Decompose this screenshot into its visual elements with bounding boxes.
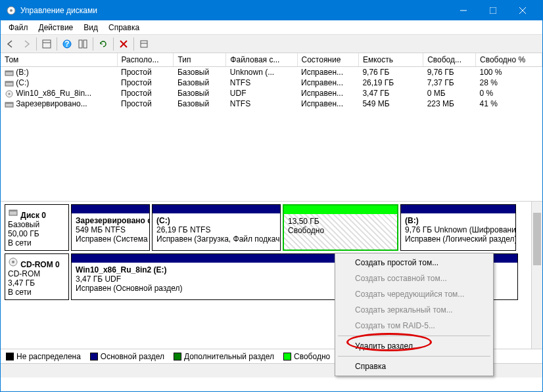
help-button[interactable]: ? <box>60 37 74 51</box>
app-icon <box>6 5 16 16</box>
volume-icon <box>5 100 14 108</box>
svg-rect-19 <box>5 81 13 83</box>
partition[interactable]: Зарезервировано с549 МБ NTFSИсправен (Си… <box>71 204 150 251</box>
volume-icon <box>5 69 14 77</box>
table-row[interactable]: (C:)ПростойБазовыйNTFSИсправен...26,19 Г… <box>1 77 542 88</box>
menu-view[interactable]: Вид <box>78 22 103 33</box>
view-button[interactable] <box>39 37 54 51</box>
column-header-volume[interactable]: Том <box>1 53 117 67</box>
disk-info[interactable]: CD-ROM 0CD-ROM3,47 ГБВ сети <box>5 253 69 300</box>
partition[interactable]: (C:)26,19 ГБ NTFSИсправен (Загрузка, Фай… <box>152 204 281 251</box>
context-menu-item: Создать составной том... <box>337 271 492 286</box>
unallocated-swatch <box>6 353 14 360</box>
legend-unallocated: Не распределена <box>16 352 81 361</box>
column-header-type[interactable]: Тип <box>174 53 226 67</box>
menu-action[interactable]: Действие <box>34 22 79 33</box>
disk-row: Диск 0Базовый50,00 ГБВ сетиЗарезервирова… <box>5 204 538 251</box>
disk-info[interactable]: Диск 0Базовый50,00 ГБВ сети <box>5 204 69 251</box>
menu-file[interactable]: Файл <box>3 22 34 33</box>
svg-rect-23 <box>5 102 13 104</box>
svg-point-1 <box>10 9 12 12</box>
svg-text:?: ? <box>64 39 69 49</box>
context-menu-item: Создать том RAID-5... <box>337 318 492 334</box>
free-swatch <box>283 353 291 360</box>
svg-point-21 <box>9 93 11 95</box>
svg-rect-17 <box>5 71 13 72</box>
delete-button[interactable] <box>116 37 131 51</box>
back-button[interactable] <box>3 37 18 51</box>
menu-help[interactable]: Справка <box>103 22 145 33</box>
column-header-fs[interactable]: Файловая с... <box>226 53 297 67</box>
refresh-button[interactable] <box>96 37 110 51</box>
svg-rect-14 <box>141 41 147 47</box>
extended-swatch <box>174 353 181 360</box>
context-delete-partition[interactable]: Удалить раздел... <box>337 338 492 354</box>
titlebar: Управление дисками <box>1 1 542 20</box>
legend-free: Свободно <box>294 352 330 361</box>
column-header-status[interactable]: Состояние <box>297 53 358 67</box>
column-header-capacity[interactable]: Емкость <box>358 53 423 67</box>
table-row[interactable]: (B:)ПростойБазовыйUnknown (...Исправен..… <box>1 67 542 78</box>
legend-primary: Основной раздел <box>101 352 164 361</box>
menubar: Файл Действие Вид Справка <box>1 20 542 35</box>
context-menu-item: Создать зеркальный том... <box>337 302 492 318</box>
svg-rect-3 <box>490 7 496 14</box>
context-help[interactable]: Справка <box>337 359 492 374</box>
column-header-freepct[interactable]: Свободно % <box>475 53 542 67</box>
minimize-button[interactable] <box>448 1 478 20</box>
properties-button[interactable] <box>137 37 151 51</box>
context-menu-item: Создать чередующийся том... <box>337 286 492 302</box>
toolbar: ? <box>1 35 542 53</box>
forward-button[interactable] <box>19 37 34 51</box>
volume-list[interactable]: ТомРасполо...ТипФайловая с...СостояниеЕм… <box>1 53 542 202</box>
svg-rect-25 <box>9 210 17 211</box>
context-menu: Создать простой том...Создать составной … <box>335 253 494 376</box>
legend-extended: Дополнительный раздел <box>184 352 274 361</box>
volume-icon <box>5 90 14 98</box>
volume-icon <box>5 79 14 87</box>
maximize-button[interactable] <box>478 1 508 20</box>
svg-rect-10 <box>79 40 82 48</box>
column-header-layout[interactable]: Располо... <box>117 53 174 67</box>
svg-rect-11 <box>83 40 87 48</box>
svg-point-27 <box>12 261 14 263</box>
context-menu-item[interactable]: Создать простой том... <box>337 255 492 271</box>
close-button[interactable] <box>508 1 537 20</box>
partition[interactable]: (B:)9,76 ГБ Unknown (ШифрованиеИсправен … <box>400 204 516 251</box>
table-row[interactable]: Зарезервировано...ПростойБазовыйNTFSИспр… <box>1 98 542 109</box>
layout-button[interactable] <box>76 37 90 51</box>
svg-rect-6 <box>43 40 51 48</box>
primary-swatch <box>90 353 98 360</box>
partition[interactable]: 13,50 ГБСвободно <box>283 204 398 251</box>
table-row[interactable]: Win10_x86_Ru_8in...ПростойБазовыйUDFИспр… <box>1 88 542 98</box>
vertical-scrollbar[interactable] <box>531 202 542 349</box>
column-header-free[interactable]: Свобод... <box>423 53 476 67</box>
window-title: Управление дисками <box>20 6 448 15</box>
